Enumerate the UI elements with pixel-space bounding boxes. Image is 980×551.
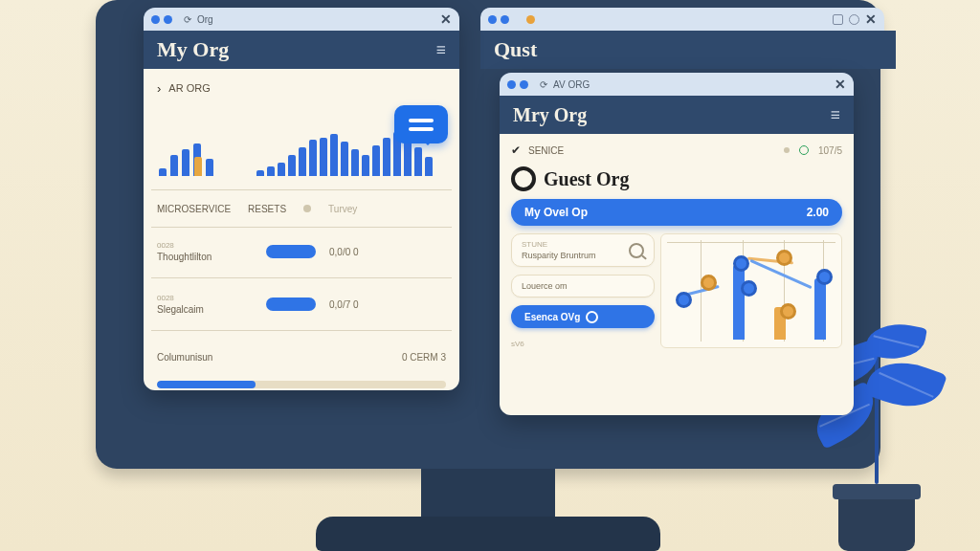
menu-icon[interactable]: ≡ — [831, 105, 840, 125]
section-heading: Guest Org — [511, 166, 842, 191]
status-row: ✔ SENICE 107/5 — [511, 142, 842, 159]
row-value: 0,0/7 0 — [329, 299, 359, 310]
progress-bar — [157, 381, 446, 388]
status-label: SENICE — [528, 145, 564, 156]
row-tiny: 0028 — [157, 241, 253, 250]
card-search[interactable]: STUNE Rusparity Bruntrum — [511, 233, 655, 267]
close-icon[interactable]: ✕ — [835, 77, 846, 92]
section-tabs: MICROSERVICE RESETS Turvey — [157, 196, 446, 221]
close-icon[interactable]: ✕ — [865, 11, 877, 27]
progress-pill — [266, 298, 316, 311]
network-chart — [660, 233, 842, 348]
primary-button[interactable]: Esenca OVg — [511, 305, 655, 328]
tab-resets[interactable]: RESETS — [248, 204, 286, 214]
tab-turvey[interactable]: Turvey — [328, 204, 357, 214]
titlebar: My Org ≡ — [144, 31, 459, 69]
search-icon[interactable] — [629, 243, 644, 258]
button-label: Esenca OVg — [524, 312, 580, 322]
reload-icon[interactable]: ⟳ — [184, 14, 191, 25]
metrics-list: 0028 Thoughtlilton 0,0/0 0 0028 Slegalca… — [157, 233, 446, 388]
status-score: 107/5 — [818, 145, 842, 156]
reload-icon[interactable]: ⟳ — [540, 79, 547, 90]
window-my-org: ⟳ Org ✕ My Org ≡ › AR ORG — [144, 8, 459, 390]
left-column: STUNE Rusparity Bruntrum Louerce om Esen… — [511, 233, 655, 348]
window-guest-org: ⟳ AV ORG ✕ Mry Org ≡ ✔ SENICE 107/5 Gues… — [500, 73, 854, 415]
summary-label: My Ovel Op — [524, 206, 588, 219]
traffic-light-dots[interactable] — [151, 15, 172, 24]
back-window-title: Qust — [480, 31, 896, 69]
summary-value: 2.00 — [807, 206, 829, 219]
caret-icon: › — [157, 81, 161, 96]
row-value: 0,0/0 0 — [329, 247, 359, 257]
list-item[interactable]: 0028 Slegalcaim 0,0/7 0 — [157, 286, 446, 322]
back-window-tabstrip: ✕ — [480, 8, 884, 31]
dot-icon — [303, 205, 311, 212]
card-tiny: STUNE — [522, 240, 596, 249]
progress-pill — [266, 245, 316, 258]
mini-chart-area — [157, 101, 446, 184]
card-text: Louerce om — [522, 281, 568, 291]
divider — [151, 189, 452, 190]
summary-bar[interactable]: My Ovel Op 2.00 — [511, 199, 842, 226]
monitor-stand-neck — [421, 469, 555, 517]
traffic-light-dots[interactable] — [507, 80, 528, 89]
list-item[interactable]: 0028 Thoughtlilton 0,0/0 0 — [157, 233, 446, 270]
app-title: My Org — [157, 37, 229, 62]
heading-text: Guest Org — [544, 168, 629, 190]
row-label: Slegalcaim — [157, 304, 253, 315]
tabstrip: ⟳ AV ORG ✕ — [500, 73, 854, 96]
close-icon[interactable]: ✕ — [440, 11, 452, 27]
tab-microservice[interactable]: MICROSERVICE — [157, 204, 231, 214]
window-body: › AR ORG — [144, 69, 459, 390]
row-value: 0 CERM 3 — [402, 352, 446, 363]
status-label: AR ORG — [168, 82, 210, 94]
card-text: Rusparity Bruntrum — [522, 251, 596, 260]
menu-icon[interactable]: ≡ — [436, 40, 446, 60]
check-icon: ✔ — [511, 143, 521, 157]
circle-icon — [586, 311, 598, 323]
window-control-icon[interactable] — [849, 14, 859, 25]
tiny-label: sV6 — [511, 340, 655, 348]
status-row: › AR ORG — [157, 78, 446, 98]
window-control-icon[interactable] — [833, 14, 843, 25]
row-label: Thoughtlilton — [157, 252, 253, 262]
list-item[interactable]: Columunisun 0 CERM 3 — [157, 339, 446, 375]
pin-icon — [799, 145, 809, 155]
row-label: Columunisun — [157, 352, 253, 363]
monitor-stand-base — [316, 517, 660, 551]
browser-tab[interactable]: AV ORG — [553, 79, 829, 90]
back-window-title-text: Qust — [494, 37, 537, 62]
card-item[interactable]: Louerce om — [511, 275, 655, 298]
mini-bar-chart-a — [159, 143, 213, 176]
titlebar: Mry Org ≡ — [500, 96, 854, 134]
dot-icon — [784, 147, 790, 153]
window-body: ✔ SENICE 107/5 Guest Org My Ovel Op 2.00… — [500, 134, 854, 415]
row-tiny: 0028 — [157, 294, 253, 302]
browser-tab[interactable]: Org — [197, 14, 434, 25]
divider — [151, 227, 452, 228]
chat-icon[interactable] — [394, 105, 448, 143]
org-ring-icon — [511, 166, 536, 191]
tabstrip: ⟳ Org ✕ — [144, 8, 459, 31]
app-title: Mry Org — [513, 104, 587, 126]
